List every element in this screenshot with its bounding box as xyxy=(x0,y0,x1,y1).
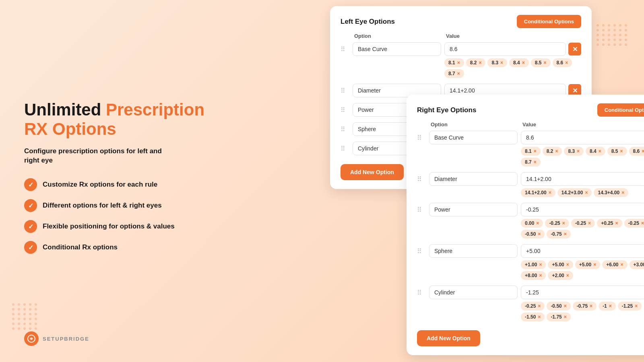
left-eye-tag-close-84[interactable]: × xyxy=(522,60,525,66)
right-eye-tag-close-s1[interactable]: × xyxy=(539,262,542,267)
left-eye-col-option: Option xyxy=(354,33,443,39)
drag-handle-left-diameter[interactable]: ⠿ xyxy=(341,84,349,95)
drag-handle-right-cylinder[interactable]: ⠿ xyxy=(417,286,426,296)
right-eye-tag-close-p4[interactable]: × xyxy=(615,220,618,226)
right-eye-tag-d2: 14.2+3.00 × xyxy=(557,188,592,197)
drag-handle-left-power[interactable]: ⠿ xyxy=(341,103,349,114)
right-eye-tag-p2: -0.25 × xyxy=(545,219,569,228)
panels-area: Left Eye Options Conditional Options Opt… xyxy=(330,6,620,189)
right-eye-tag-85: 8.5 × xyxy=(607,147,627,156)
right-eye-tag-close-s6[interactable]: × xyxy=(539,273,542,278)
right-eye-tag-close-p2[interactable]: × xyxy=(562,220,565,226)
right-eye-value-input-row-sphere: ✕ xyxy=(521,244,644,258)
subtitle: Configure prescription options for left … xyxy=(24,146,233,166)
left-eye-tag-close-83[interactable]: × xyxy=(500,60,503,66)
right-eye-tag-close-d1[interactable]: × xyxy=(549,190,551,195)
right-eye-tag-s7: +2.00 × xyxy=(548,271,573,280)
right-eye-tag-c3: -0.75 × xyxy=(573,302,597,311)
right-eye-value-area-base-curve: ✕ 8.1 × 8.2 × 8.3 × 8.4 × 8.5 × 8.6 × 8.… xyxy=(521,131,644,167)
right-eye-tag-close-s2[interactable]: × xyxy=(566,262,569,267)
right-eye-tag-close-82[interactable]: × xyxy=(555,148,558,154)
right-eye-tag-close-c3[interactable]: × xyxy=(590,303,592,309)
right-eye-tag-close-c7[interactable]: × xyxy=(564,314,567,320)
right-eye-tag-close-c1[interactable]: × xyxy=(538,303,541,309)
right-eye-value-input-sphere[interactable] xyxy=(521,244,644,258)
left-eye-tags-base-curve: 8.1 × 8.2 × 8.3 × 8.4 × 8.5 × 8.6 × 8.7 … xyxy=(444,58,581,78)
right-eye-tag-close-c5[interactable]: × xyxy=(635,303,638,309)
right-eye-tag-close-87[interactable]: × xyxy=(534,159,537,165)
right-eye-tag-close-84[interactable]: × xyxy=(599,148,601,154)
right-eye-tag-s6: +8.00 × xyxy=(521,271,546,280)
right-eye-options-content: ⠿ ✕ 8.1 × 8.2 × 8.3 × 8.4 × 8.5 × 8.6 × xyxy=(417,131,644,327)
left-eye-delete-base-curve[interactable]: ✕ xyxy=(568,43,581,56)
right-eye-tag-p7: -0.75 × xyxy=(547,230,570,239)
left-eye-add-option-button[interactable]: Add New Option xyxy=(341,164,404,180)
right-eye-col-value: Value xyxy=(522,121,644,128)
right-eye-option-name-sphere[interactable] xyxy=(429,244,518,258)
right-eye-tag-close-c2[interactable]: × xyxy=(564,303,567,309)
check-icon-1 xyxy=(24,178,37,191)
headline: Unlimited PrescriptionRX Options xyxy=(24,100,233,139)
right-eye-tag-close-86[interactable]: × xyxy=(642,148,644,154)
check-icon-4 xyxy=(24,241,37,254)
right-eye-option-name-diameter[interactable] xyxy=(429,172,518,186)
right-eye-tag-close-c6[interactable]: × xyxy=(538,314,541,320)
right-eye-value-area-sphere: ✕ +1.00 × +5.00 × +5.00 × +6.00 × +3.00 … xyxy=(521,244,644,280)
drag-handle-left-base-curve[interactable]: ⠿ xyxy=(341,42,349,53)
drag-handle-left-sphere[interactable]: ⠿ xyxy=(341,122,349,133)
right-eye-row-diameter: ⠿ ✕ 14.1+2.00 × 14.2+3.00 × 14.3+4.00 × xyxy=(417,172,644,197)
left-eye-conditional-options-button[interactable]: Conditional Options xyxy=(517,15,581,28)
right-eye-tag-close-p7[interactable]: × xyxy=(564,231,567,237)
right-eye-tag-close-p5[interactable]: × xyxy=(641,220,644,226)
right-eye-value-input-base-curve[interactable] xyxy=(521,131,644,144)
right-eye-tag-close-c4[interactable]: × xyxy=(609,303,612,309)
right-eye-tag-close-85[interactable]: × xyxy=(620,148,623,154)
feature-item-2: Different options for left & right eyes xyxy=(24,199,233,212)
drag-handle-right-base-curve[interactable]: ⠿ xyxy=(417,131,426,142)
right-eye-value-input-cylinder[interactable] xyxy=(521,286,644,299)
left-eye-tag-close-81[interactable]: × xyxy=(457,60,460,66)
right-eye-tag-close-81[interactable]: × xyxy=(534,148,537,154)
drag-handle-left-cylinder[interactable]: ⠿ xyxy=(341,142,349,152)
right-eye-value-input-power[interactable] xyxy=(521,203,644,216)
left-eye-tag-close-87[interactable]: × xyxy=(457,71,460,76)
right-eye-add-option-button[interactable]: Add New Option xyxy=(417,330,480,346)
feature-label-2: Different options for left & right eyes xyxy=(43,202,162,210)
right-eye-tag-close-d3[interactable]: × xyxy=(621,190,624,195)
drag-handle-right-power[interactable]: ⠿ xyxy=(417,203,426,214)
drag-handle-right-diameter[interactable]: ⠿ xyxy=(417,172,426,183)
right-eye-option-name-cylinder[interactable] xyxy=(429,286,518,299)
right-eye-tag-close-s7[interactable]: × xyxy=(566,273,569,278)
right-eye-tags-power: 0.00 × -0.25 × -0.25 × +0.25 × -0.25 × -… xyxy=(521,219,644,239)
right-eye-tag-close-s4[interactable]: × xyxy=(621,262,623,267)
left-eye-tag-close-86[interactable]: × xyxy=(565,60,568,66)
right-eye-tag-p4: +0.25 × xyxy=(597,219,622,228)
right-eye-tag-close-s3[interactable]: × xyxy=(593,262,596,267)
right-eye-conditional-options-button[interactable]: Conditional Options xyxy=(597,103,644,117)
right-eye-option-name-base-curve[interactable] xyxy=(429,131,518,144)
right-eye-option-name-power[interactable] xyxy=(429,203,518,216)
left-eye-tag-close-85[interactable]: × xyxy=(544,60,547,66)
feature-item-1: Customize Rx options for each rule xyxy=(24,178,233,191)
decoration-dots-bottom-left xyxy=(12,303,38,330)
left-eye-tag-close-82[interactable]: × xyxy=(479,60,481,66)
feature-item-4: Conditional Rx options xyxy=(24,241,233,254)
brand: SETUPBRIDGE xyxy=(24,331,89,346)
right-eye-tag-c4: -1 × xyxy=(599,302,616,311)
right-eye-tag-c2: -0.50 × xyxy=(547,302,570,311)
right-eye-tag-p6: -0.50 × xyxy=(521,230,545,239)
right-eye-tag-close-p1[interactable]: × xyxy=(536,220,539,226)
left-eye-value-input-base-curve[interactable] xyxy=(444,42,566,56)
left-eye-col-value: Value xyxy=(446,33,581,39)
feature-label-1: Customize Rx options for each rule xyxy=(43,181,157,189)
left-eye-option-name-base-curve[interactable] xyxy=(353,42,441,56)
right-eye-tag-close-p3[interactable]: × xyxy=(588,220,591,226)
right-eye-tag-close-83[interactable]: × xyxy=(577,148,580,154)
right-eye-value-input-row-cylinder: ✕ xyxy=(521,286,644,299)
drag-handle-right-sphere[interactable]: ⠿ xyxy=(417,244,426,255)
feature-item-3: Flexible positioning for options & value… xyxy=(24,220,233,233)
right-eye-tag-s3: +5.00 × xyxy=(575,260,600,269)
right-eye-value-input-diameter[interactable] xyxy=(521,172,644,186)
right-eye-tag-close-d2[interactable]: × xyxy=(585,190,588,195)
right-eye-tag-close-p6[interactable]: × xyxy=(538,231,541,237)
